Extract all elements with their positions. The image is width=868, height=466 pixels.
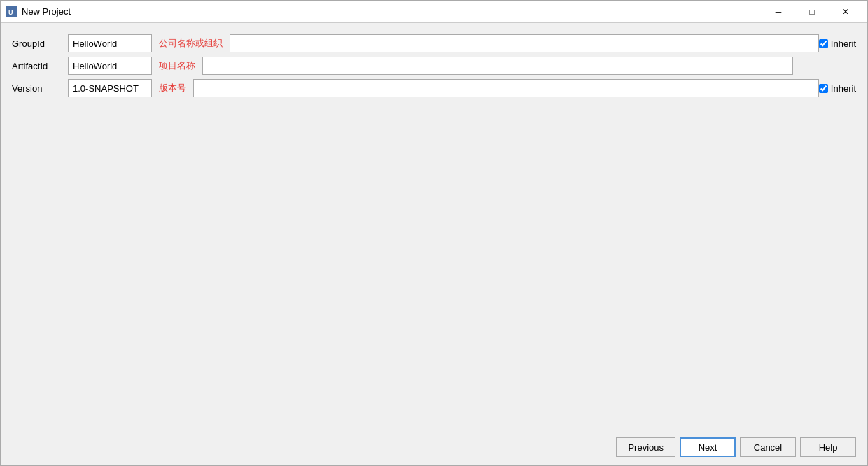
version-full-input[interactable] — [193, 79, 819, 97]
groupid-full-input[interactable] — [230, 34, 819, 52]
version-label: Version — [12, 83, 68, 94]
maximize-button[interactable]: □ — [796, 1, 828, 22]
help-button[interactable]: Help — [800, 437, 856, 457]
previous-button[interactable]: Previous — [616, 437, 676, 457]
groupid-inherit-checkbox[interactable] — [819, 39, 828, 48]
form-content: GroupId 公司名称或组织 Inherit ArtifactId — [1, 23, 867, 429]
version-annotation: 版本号 — [159, 82, 186, 94]
artifactid-full-input[interactable] — [202, 57, 793, 75]
footer: Previous Next Cancel Help — [1, 429, 867, 465]
groupid-inherit-label[interactable]: Inherit — [819, 38, 856, 49]
artifactid-input-section: 项目名称 — [68, 57, 793, 75]
artifactid-label: ArtifactId — [12, 61, 68, 71]
artifactid-row: ArtifactId 项目名称 — [12, 57, 856, 75]
version-inherit-label[interactable]: Inherit — [819, 83, 856, 94]
version-input[interactable] — [68, 79, 152, 97]
new-project-window: U New Project ─ □ ✕ GroupId 公司名称或组织 — [0, 0, 868, 466]
close-button[interactable]: ✕ — [830, 1, 862, 22]
groupid-inherit-wrap: Inherit — [819, 38, 856, 49]
groupid-row: GroupId 公司名称或组织 Inherit — [12, 34, 856, 52]
window-title: New Project — [22, 6, 762, 17]
window-controls: ─ □ ✕ — [762, 1, 862, 22]
version-input-section: 版本号 — [68, 79, 819, 97]
svg-text:U: U — [8, 9, 13, 16]
version-inherit-wrap: Inherit — [819, 83, 856, 94]
artifactid-annotation: 项目名称 — [159, 59, 195, 72]
groupid-input[interactable] — [68, 34, 152, 52]
version-inherit-checkbox[interactable] — [819, 84, 828, 93]
version-row: Version 版本号 Inherit — [12, 79, 856, 97]
version-inherit-text: Inherit — [831, 83, 856, 94]
groupid-input-section: 公司名称或组织 — [68, 34, 819, 52]
form-fields: GroupId 公司名称或组织 Inherit ArtifactId — [12, 34, 856, 97]
groupid-label: GroupId — [12, 38, 68, 49]
groupid-inherit-text: Inherit — [831, 38, 856, 49]
artifactid-input[interactable] — [68, 57, 152, 75]
title-bar: U New Project ─ □ ✕ — [1, 1, 867, 23]
window-icon: U — [6, 6, 18, 17]
groupid-annotation: 公司名称或组织 — [159, 37, 223, 50]
minimize-button[interactable]: ─ — [762, 1, 794, 22]
cancel-button[interactable]: Cancel — [740, 437, 796, 457]
next-button[interactable]: Next — [680, 437, 736, 457]
